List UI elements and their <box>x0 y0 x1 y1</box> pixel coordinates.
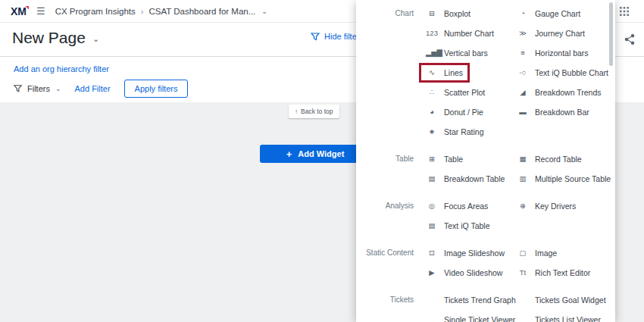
apps-grid-icon[interactable] <box>620 7 629 16</box>
widget-item-scatter-plot[interactable]: ∴Scatter Plot <box>421 85 512 100</box>
add-filter-link[interactable]: Add Filter <box>75 84 111 93</box>
hide-filters-button[interactable]: Hide filter <box>311 32 359 41</box>
widget-item-label: Journey Chart <box>535 29 585 38</box>
item-inner: ◕Donut / Pie <box>421 105 488 120</box>
breadcrumb-program[interactable]: CX Program Insights <box>55 7 136 16</box>
widget-item-label: Rich Text Editor <box>535 268 590 277</box>
number-chart-icon: 123 <box>426 30 438 37</box>
hamburger-menu-icon[interactable]: ☰ <box>36 5 45 17</box>
menu-section-table: Table⊞Table▦Record Table▤Breakdown Table… <box>356 149 615 189</box>
widget-item-single-ticket-viewer[interactable]: Single Ticket Viewer <box>421 312 512 322</box>
item-inner: ▬Breakdown Bar <box>512 105 594 120</box>
widget-item-label: Focus Areas <box>444 202 488 211</box>
app-screen: XM ☰ CX Program Insights › CSAT Dashboar… <box>0 0 644 322</box>
menu-section-chart: Chart⊟Boxplot◔Gauge Chart123Number Chart… <box>356 4 615 142</box>
widget-item-gauge-chart[interactable]: ◔Gauge Chart <box>512 6 615 21</box>
item-inner: ◎Focus Areas <box>421 199 492 214</box>
section-items: ⊞Table▦Record Table▤Breakdown Table▥Mult… <box>421 149 615 189</box>
widget-item-number-chart[interactable]: 123Number Chart <box>421 26 512 41</box>
gauge-chart-icon: ◔ <box>517 10 529 17</box>
lines-icon: ∿ <box>426 69 438 77</box>
breakdown-trends-icon: ◢ <box>517 89 529 96</box>
item-inner: ▢Image <box>512 245 561 261</box>
widget-item-image[interactable]: ▢Image <box>512 245 615 261</box>
page-title: New Page <box>12 29 86 47</box>
item-inner: ⊟Boxplot <box>421 6 475 21</box>
widget-item-label: Tickets Goal Widget <box>535 295 606 305</box>
widget-item-focus-areas[interactable]: ◎Focus Areas <box>421 199 512 214</box>
journey-chart-icon: ≫ <box>517 30 529 37</box>
filters-row: Filters ⌄ Add Filter Apply filters <box>14 80 188 98</box>
widget-item-text-iq-bubble-chart[interactable]: ◦○Text iQ Bubble Chart <box>512 65 615 80</box>
widget-item-text-iq-table[interactable]: ▤Text iQ Table <box>421 218 512 233</box>
breadcrumb-separator: › <box>141 7 144 16</box>
item-inner: ⊕Key Drivers <box>512 199 580 214</box>
item-inner: ▥Multiple Source Table <box>512 171 615 186</box>
menu-section-tickets: TicketsTickets Trend GraphTickets Goal W… <box>356 290 615 322</box>
section-items: Tickets Trend GraphTickets Goal WidgetSi… <box>421 290 615 322</box>
breadcrumb-dashboard[interactable]: CSAT Dashboard for Man... <box>148 7 255 16</box>
widget-item-boxplot[interactable]: ⊟Boxplot <box>421 6 512 21</box>
widget-item-image-slideshow[interactable]: ⊡Image Slideshow <box>421 245 512 261</box>
widget-item-tickets-goal-widget[interactable]: Tickets Goal Widget <box>512 292 615 308</box>
widget-item-rich-text-editor[interactable]: TtRich Text Editor <box>512 265 615 280</box>
widget-item-journey-chart[interactable]: ≫Journey Chart <box>512 26 615 41</box>
widget-item-label: Record Table <box>535 155 582 164</box>
hide-filter-icon <box>311 33 320 41</box>
add-org-hierarchy-filter-link[interactable]: Add an org hierarchy filter <box>14 64 109 73</box>
widget-item-key-drivers[interactable]: ⊕Key Drivers <box>512 199 615 214</box>
widget-item-label: Breakdown Table <box>444 174 505 183</box>
widget-item-record-table[interactable]: ▦Record Table <box>512 152 615 167</box>
section-label: Static Content <box>356 243 421 263</box>
widget-item-breakdown-bar[interactable]: ▬Breakdown Bar <box>512 105 615 120</box>
widget-item-label: Single Ticket Viewer <box>444 315 515 322</box>
widget-item-multiple-source-table[interactable]: ▥Multiple Source Table <box>512 171 615 186</box>
widget-item-label: Breakdown Bar <box>535 108 589 117</box>
widget-item-horizontal-bars[interactable]: ≡Horizontal bars <box>512 45 615 61</box>
page-title-chevron-icon[interactable]: ⌄ <box>92 34 99 47</box>
widget-item-vertical-bars[interactable]: ▂▅▇Vertical bars <box>421 45 512 61</box>
filters-toggle[interactable]: Filters ⌄ <box>14 84 61 93</box>
section-items: ⊡Image Slideshow▢Image▶Video SlideshowTt… <box>421 243 615 283</box>
item-inner: ▶Video Slideshow <box>421 265 507 280</box>
item-inner: ▤Text iQ Table <box>421 218 495 233</box>
item-inner: ⊡Image Slideshow <box>421 245 509 261</box>
image-icon: ▢ <box>517 249 529 257</box>
widget-menu: Chart⊟Boxplot◔Gauge Chart123Number Chart… <box>356 4 615 322</box>
section-label: Chart <box>356 4 421 23</box>
back-to-top-button[interactable]: ↑ Back to top <box>289 105 339 118</box>
widget-item-tickets-trend-graph[interactable]: Tickets Trend Graph <box>421 292 512 308</box>
chevron-down-icon[interactable]: ⌄ <box>261 8 267 15</box>
scrollbar-thumb[interactable] <box>609 2 613 66</box>
item-inner: ◦○Text iQ Bubble Chart <box>512 65 613 80</box>
item-inner: Single Ticket Viewer <box>421 312 520 322</box>
image-slideshow-icon: ⊡ <box>426 249 438 257</box>
rich-text-editor-icon: Tt <box>517 269 529 277</box>
widget-item-table[interactable]: ⊞Table <box>421 152 512 167</box>
breakdown-table-icon: ▤ <box>426 175 438 183</box>
section-label: Table <box>356 149 421 169</box>
breakdown-bar-icon: ▬ <box>517 108 529 116</box>
widget-item-breakdown-trends[interactable]: ◢Breakdown Trends <box>512 85 615 100</box>
xm-logo: XM <box>11 5 27 17</box>
item-inner: ◢Breakdown Trends <box>512 85 606 100</box>
share-icon[interactable] <box>624 34 635 45</box>
widget-item-tickets-list-viewer[interactable]: Tickets List Viewer <box>512 312 615 322</box>
widget-item-star-rating[interactable]: ★Star Rating <box>421 124 512 139</box>
widget-item-label: Key Drivers <box>535 202 576 211</box>
item-inner: ∴Scatter Plot <box>421 85 489 100</box>
widget-item-label: Donut / Pie <box>444 108 483 117</box>
arrow-up-icon: ↑ <box>295 108 298 115</box>
add-widget-button[interactable]: + Add Widget <box>260 145 370 163</box>
apply-filters-button[interactable]: Apply filters <box>124 80 189 98</box>
widget-item-donut-pie[interactable]: ◕Donut / Pie <box>421 105 512 120</box>
widget-item-label: Tickets Trend Graph <box>444 295 516 305</box>
text-iq-bubble-chart-icon: ◦○ <box>517 69 529 77</box>
widget-item-lines[interactable]: ∿Lines <box>421 65 512 80</box>
filters-label: Filters <box>27 84 50 93</box>
highlight-annotation-box: ∿Lines <box>421 65 467 80</box>
widget-item-video-slideshow[interactable]: ▶Video Slideshow <box>421 265 512 280</box>
star-rating-icon: ★ <box>426 128 438 136</box>
item-inner: ◔Gauge Chart <box>512 6 585 21</box>
widget-item-breakdown-table[interactable]: ▤Breakdown Table <box>421 171 512 186</box>
